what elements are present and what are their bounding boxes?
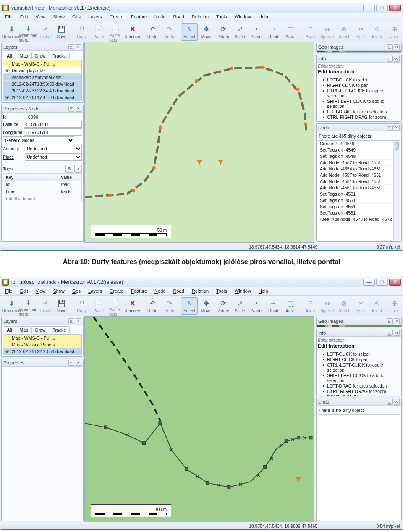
- layer-row[interactable]: 2012-02-23T22:34:49 download: [3, 87, 81, 94]
- close-icon[interactable]: ✕: [76, 106, 81, 112]
- spread-button[interactable]: ⇔Spread: [319, 297, 335, 315]
- undo-item[interactable]: Create POI -4549: [318, 141, 400, 147]
- menu-feature[interactable]: Feature: [127, 287, 151, 295]
- menu-file[interactable]: File: [1, 287, 16, 295]
- download-button[interactable]: ⬇Download: [3, 23, 20, 41]
- close-icon[interactable]: ✕: [394, 318, 400, 324]
- close-button[interactable]: ✕: [389, 279, 401, 286]
- scale-button[interactable]: ⤢Scale: [231, 297, 248, 315]
- road-button[interactable]: ↔Road: [265, 297, 282, 315]
- menu-window[interactable]: Window: [231, 287, 255, 295]
- layer-row[interactable]: 👁Drawing layer #0: [3, 67, 81, 74]
- menu-node[interactable]: Node: [151, 13, 169, 21]
- layers-tab-map[interactable]: Map: [16, 326, 31, 333]
- select-button[interactable]: ↖Select: [181, 297, 198, 315]
- menu-road[interactable]: Road: [169, 287, 188, 295]
- layers-tab-tracks[interactable]: Tracks: [49, 52, 69, 59]
- paste-tags-button[interactable]: 📄Paste tags: [107, 297, 124, 315]
- amenity-select[interactable]: Undefined: [25, 145, 82, 152]
- close-icon[interactable]: ✕: [394, 125, 400, 131]
- minimize-button[interactable]: —: [363, 279, 375, 286]
- node-button[interactable]: •Node: [248, 23, 265, 41]
- titlebar[interactable]: iof_upload_trial.mdc - Merkaartor v0.17.…: [0, 277, 403, 287]
- spread-button[interactable]: ⇔Spread: [319, 23, 335, 41]
- menu-edit[interactable]: Edit: [16, 13, 32, 21]
- align-button[interactable]: ≡Align: [302, 297, 319, 315]
- menu-create[interactable]: Create: [106, 13, 127, 21]
- table-row-add[interactable]: Edit this to add...: [3, 195, 82, 202]
- upload-button[interactable]: ⬏Upload: [37, 297, 53, 315]
- layer-row[interactable]: 2012-02-24T13:53:30 download: [3, 81, 81, 87]
- undo-item[interactable]: Add Node -4552 to Road -4551: [318, 160, 400, 166]
- tags-th-key[interactable]: Key: [3, 174, 58, 181]
- close-icon[interactable]: ✕: [76, 318, 81, 324]
- undo-item[interactable]: Add Node -4557 to Road -4551: [318, 172, 400, 178]
- redo-button[interactable]: ↷Redo: [161, 23, 178, 41]
- undo-list[interactable]: [318, 414, 400, 519]
- menu-show[interactable]: Show: [49, 287, 68, 295]
- place-link[interactable]: Place: [3, 155, 23, 160]
- layer-row[interactable]: vadaskert-szintvonal.osm: [3, 74, 81, 81]
- menu-relation[interactable]: Relation: [188, 13, 212, 21]
- detach-icon[interactable]: ◰: [387, 44, 393, 50]
- undo-item[interactable]: Set Tags on -4551: [318, 210, 400, 216]
- remove-button[interactable]: ✖Remove: [124, 23, 141, 41]
- menu-gps[interactable]: Gps: [68, 13, 84, 21]
- download-more-button[interactable]: ⬇Download more: [20, 297, 37, 315]
- undo-button[interactable]: ↶Undo: [144, 23, 161, 41]
- tags-th-value[interactable]: Value: [58, 174, 81, 181]
- detach-button[interactable]: ⊘Detach: [335, 297, 352, 315]
- eye-icon[interactable]: 👁: [4, 68, 10, 73]
- copy-button[interactable]: ⧉Copy: [73, 23, 90, 41]
- layers-tab-all[interactable]: All: [3, 52, 16, 59]
- maximize-button[interactable]: □: [376, 5, 388, 11]
- detach-icon[interactable]: ◰: [387, 399, 393, 405]
- menu-relation[interactable]: Relation: [188, 287, 212, 295]
- move-button[interactable]: ✥Move: [198, 297, 215, 315]
- layers-list[interactable]: Map - WMS-C - TUHU👁Drawing layer #0vadas…: [3, 60, 82, 101]
- scale-button[interactable]: ⤢Scale: [231, 23, 248, 41]
- tags-table[interactable]: Key Value iofroadtypetrackEdit this to a…: [3, 173, 82, 202]
- align-button[interactable]: ≡Align: [302, 23, 319, 41]
- menu-gps[interactable]: Gps: [68, 287, 84, 295]
- menu-view[interactable]: View: [32, 13, 50, 21]
- detach-icon[interactable]: ◰: [68, 360, 74, 366]
- tags-remove-button[interactable]: ✕: [74, 165, 82, 173]
- menu-help[interactable]: Help: [255, 287, 272, 295]
- join-button[interactable]: ⊕Join: [386, 297, 403, 315]
- table-row[interactable]: iofroad: [3, 181, 82, 188]
- layer-row[interactable]: Map - WMS-C - TUHU: [3, 60, 81, 67]
- detach-icon[interactable]: ◰: [387, 125, 393, 131]
- remove-button[interactable]: ✖Remove: [124, 297, 141, 315]
- menu-view[interactable]: View: [32, 287, 50, 295]
- upload-button[interactable]: ⬏Upload: [37, 23, 53, 41]
- node-button[interactable]: •Node: [248, 297, 265, 315]
- undo-button[interactable]: ↶Undo: [144, 297, 161, 315]
- undo-item[interactable]: Set Tags on -4551: [318, 191, 400, 197]
- undo-item[interactable]: Add Node -4561 to Road -4551: [318, 185, 400, 191]
- close-icon[interactable]: ✕: [394, 330, 400, 336]
- join-button[interactable]: ⊕Join: [386, 23, 403, 41]
- download-more-button[interactable]: ⬇Download more: [20, 23, 37, 41]
- layer-row[interactable]: 👁2012-02-26T17:44:04 download: [3, 94, 81, 101]
- detach-icon[interactable]: ◰: [387, 330, 393, 336]
- menu-create[interactable]: Create: [106, 287, 127, 295]
- geo-images-strip[interactable]: [317, 325, 401, 327]
- place-select[interactable]: Undefined: [25, 153, 82, 161]
- close-icon[interactable]: ✕: [76, 360, 81, 366]
- rotate-button[interactable]: ⟳Rotate: [215, 23, 231, 41]
- paste-tags-button[interactable]: 📄Paste tags: [107, 23, 124, 41]
- undo-item[interactable]: Set Tags on -4549: [318, 147, 400, 153]
- close-icon[interactable]: ✕: [394, 44, 400, 50]
- table-row[interactable]: typetrack: [3, 188, 82, 195]
- menu-file[interactable]: File: [1, 13, 16, 21]
- menu-feature[interactable]: Feature: [127, 13, 151, 21]
- close-button[interactable]: ✕: [389, 5, 401, 11]
- undo-item[interactable]: Area: Add node -4573 to Road -4572: [318, 216, 400, 223]
- layers-tab-draw[interactable]: Draw: [31, 52, 50, 59]
- select-button[interactable]: ↖Select: [181, 23, 198, 41]
- split-button[interactable]: ✂Split: [352, 23, 369, 41]
- maximize-button[interactable]: □: [376, 279, 388, 286]
- area-button[interactable]: ⬚Area: [282, 23, 298, 41]
- split-button[interactable]: ✂Split: [352, 297, 369, 315]
